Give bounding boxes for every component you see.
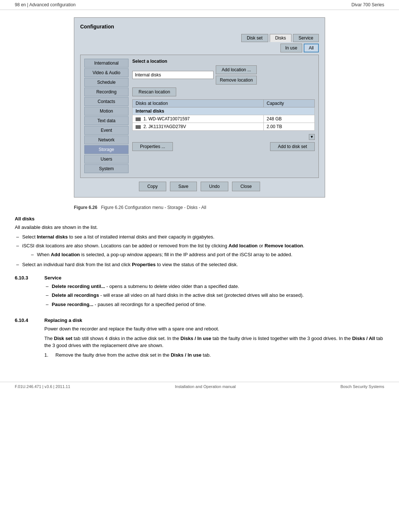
section-6104-para1: Power down the recorder and replace the … [44,325,384,333]
header-left: 98 en | Advanced configuration [15,2,76,7]
left-sidebar: International Video & Audio Schedule Rec… [84,59,129,174]
list-item: Select Internal disks to see a list of i… [15,233,384,241]
disk-icon-2 [136,125,141,129]
section-6104-para2: The Disk set tab still shows 4 disks in … [44,335,384,349]
all-disks-intro: All available disks are shown in the lis… [15,224,384,231]
disk-icon-1 [136,117,141,121]
section-6104: 6.10.4 Replacing a disk Power down the r… [15,318,384,360]
section-6103-heading: Service [44,275,384,281]
rescan-location-button[interactable]: Rescan location [132,87,176,96]
footer-center: Installation and Operation manual [175,384,236,389]
section-6103-bullets: Delete recording until... - opens a subm… [44,283,384,308]
scroll-area: ▼ [132,134,315,140]
all-disks-bullets: Select Internal disks to see a list of i… [15,233,384,268]
content-panel: International Video & Audio Schedule Rec… [80,55,319,178]
tab-disk-set[interactable]: Disk set [241,34,268,42]
sidebar-item-schedule[interactable]: Schedule [84,78,129,87]
section-6104-steps: 1.Remove the faulty drive from the activ… [44,351,384,359]
sidebar-item-users[interactable]: Users [84,155,129,164]
close-button[interactable]: Close [232,182,260,191]
header-right: Divar 700 Series [351,2,384,7]
sidebar-item-video-audio[interactable]: Video & Audio [84,68,129,77]
all-disks-section: All disks All available disks are shown … [15,216,384,268]
page-footer: F.01U.246.471 | v3.6 | 2011.11 Installat… [0,382,399,391]
footer-right: Bosch Security Systems [340,384,384,389]
list-item: When Add location is selected, a pop-up … [22,251,384,258]
page-body: Configuration Disk set Disks Service In … [0,10,399,371]
copy-button[interactable]: Copy [139,182,166,191]
tab-service[interactable]: Service [293,34,319,42]
sidebar-item-motion[interactable]: Motion [84,107,129,116]
bottom-btns-row: Properties ... Add to disk set [132,142,315,151]
location-row: Add location ... Remove location [132,65,315,85]
subtab-in-use[interactable]: In use [280,44,302,52]
sub-bullets: When Add location is selected, a pop-up … [22,251,384,258]
tab-disks[interactable]: Disks [270,34,291,42]
subtab-all[interactable]: All [304,44,319,52]
list-item: Pause recording... - pauses all recordin… [44,301,384,308]
figure-caption: Figure 6.26 Figure 6.26 Configuration me… [74,205,325,210]
capacity-header: Capacity [263,100,314,107]
disk-capacity-1: 248 GB [263,115,314,123]
list-item: 1.Remove the faulty drive from the activ… [44,351,384,359]
footer-left: F.01U.246.471 | v3.6 | 2011.11 [15,384,70,389]
disk-group-row: Internal disks [133,107,315,115]
page-header: 98 en | Advanced configuration Divar 700… [0,0,399,10]
disks-at-location-header: Disks at location [133,100,264,107]
list-item: Delete recording until... - opens a subm… [44,283,384,290]
location-input[interactable] [132,71,214,79]
sidebar-item-text-data[interactable]: Text data [84,116,129,125]
sidebar-item-system[interactable]: System [84,164,129,173]
sidebar-item-international[interactable]: International [84,59,129,68]
section-6103-num: 6.10.3 [15,275,37,311]
configuration-box: Configuration Disk set Disks Service In … [74,17,325,198]
add-to-disk-set-button[interactable]: Add to disk set [270,142,315,151]
disk-capacity-2: 2.00 TB [263,123,314,131]
right-content: Select a location Add location ... Remov… [132,59,315,174]
section-6103-content: Service Delete recording until... - open… [44,275,384,311]
action-btns: Add location ... Remove location [216,65,257,85]
sidebar-item-contacts[interactable]: Contacts [84,97,129,106]
disk-name-1: 1. WD-WCAT10071597 [133,115,264,123]
all-disks-heading: All disks [15,216,384,222]
section-6104-num: 6.10.4 [15,318,37,360]
sidebar-item-storage[interactable]: Storage [84,145,129,154]
undo-button[interactable]: Undo [201,182,228,191]
save-button[interactable]: Save [170,182,197,191]
sidebar-item-recording[interactable]: Recording [84,87,129,96]
remove-location-button[interactable]: Remove location [216,76,257,85]
table-row[interactable]: 2. JK1131YAGD278V 2.00 TB [133,123,315,131]
section-6103: 6.10.3 Service Delete recording until...… [15,275,384,311]
disks-table: Disks at location Capacity Internal disk… [132,99,315,131]
config-title: Configuration [80,24,319,30]
section-6104-content: Replacing a disk Power down the recorder… [44,318,384,360]
sidebar-item-network[interactable]: Network [84,135,129,144]
list-item: iSCSI disk locations are also shown. Loc… [15,242,384,258]
select-location-label: Select a location [132,59,315,64]
properties-button[interactable]: Properties ... [132,142,173,151]
list-item: Delete all recordings - will erase all v… [44,292,384,299]
table-row[interactable]: 1. WD-WCAT10071597 248 GB [133,115,315,123]
scroll-down-arrow[interactable]: ▼ [309,134,315,140]
add-location-button[interactable]: Add location ... [216,65,257,74]
sidebar-item-event[interactable]: Event [84,126,129,135]
disk-name-2: 2. JK1131YAGD278V [133,123,264,131]
section-6104-heading: Replacing a disk [44,318,384,323]
footer-buttons: Copy Save Undo Close [80,182,319,191]
list-item: Select an individual hard disk from the … [15,261,384,268]
disk-group-label: Internal disks [133,107,315,115]
